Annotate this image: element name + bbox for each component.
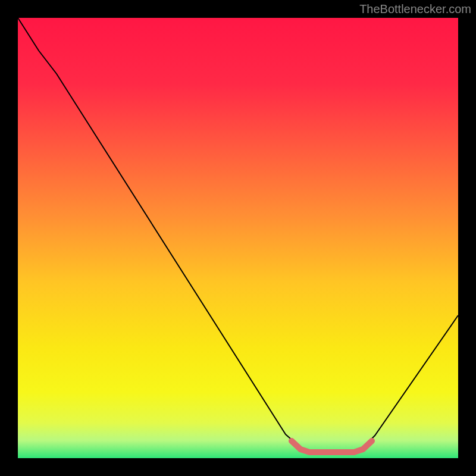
chart-container: TheBottlenecker.com <box>0 0 476 476</box>
optimal-zone-highlight <box>292 441 372 452</box>
curve-overlay <box>18 18 458 458</box>
bottleneck-curve <box>18 18 458 452</box>
attribution-text: TheBottlenecker.com <box>359 2 471 16</box>
plot-area <box>18 18 458 458</box>
